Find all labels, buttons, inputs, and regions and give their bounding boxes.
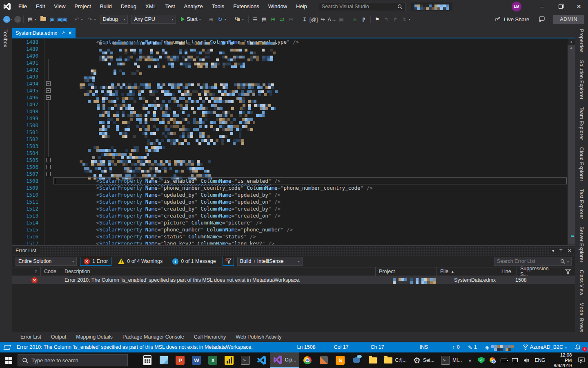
fold-margin[interactable] (44, 240, 53, 245)
fold-collapse-icon[interactable]: − (46, 158, 51, 162)
menu-item-xml[interactable]: XML (141, 0, 161, 13)
right-tab-solution-explorer[interactable]: Solution Explorer (575, 56, 588, 103)
right-tab-class-view[interactable]: Class View (575, 266, 588, 299)
attach-process-icon[interactable]: ⊕ (207, 15, 215, 24)
window-position-dropdown-icon[interactable]: ▾ (552, 249, 554, 253)
save-icon[interactable]: ▣ (48, 15, 56, 24)
taskbar-app-file-explorer[interactable] (365, 352, 381, 368)
code-line-1499[interactable]: 1499 (12, 115, 575, 122)
indent-icon[interactable]: ≣ (351, 15, 359, 24)
refresh-icon[interactable]: ↻ (216, 15, 224, 24)
code-line-1513[interactable]: 1513 <ScalarProperty Name="created_on" C… (12, 212, 575, 219)
menu-item-window[interactable]: Window (264, 0, 292, 13)
fold-margin[interactable] (44, 205, 53, 212)
line-column-header[interactable]: Line (498, 267, 517, 276)
taskbar-app-settings[interactable]: ⚙Set... (410, 352, 438, 368)
right-tab-cloud-explorer[interactable]: Cloud Explorer (575, 144, 588, 185)
suppression-column-header[interactable]: Suppression S... (517, 267, 561, 276)
splitter-handle[interactable]: ⇕ (568, 38, 575, 45)
fold-margin[interactable]: − (44, 157, 53, 164)
panel-tab-web-publish-activity[interactable]: Web Publish Activity (232, 333, 285, 341)
code-line-1497[interactable]: 1497 (12, 101, 575, 108)
menu-item-debug[interactable]: Debug (116, 0, 141, 13)
fold-margin[interactable] (44, 108, 53, 115)
navigate-back-dropdown[interactable]: ▾ (10, 18, 14, 21)
solution-platform-dropdown[interactable]: Any CPU▾ (131, 15, 176, 24)
menu-item-test[interactable]: Test (161, 0, 180, 13)
live-share-button[interactable]: Live Share (495, 16, 529, 22)
new-project-dropdown[interactable]: ▾ (35, 18, 39, 21)
code-line-1493[interactable]: 1493 (12, 73, 575, 80)
menu-item-analyze[interactable]: Analyze (180, 0, 207, 13)
navigate-to-icon[interactable]: ↪ (318, 15, 327, 24)
fold-margin[interactable] (44, 115, 53, 122)
code-line-1516[interactable]: 1516 <ScalarProperty Name="status" Colum… (12, 233, 575, 240)
menu-item-project[interactable]: Project (70, 0, 95, 13)
toolbar-overflow-dropdown[interactable]: ▾ (242, 18, 246, 21)
fold-margin[interactable] (44, 219, 53, 226)
fold-margin[interactable] (44, 150, 53, 157)
menu-item-extensions[interactable]: Extensions (229, 0, 264, 13)
code-line-1498[interactable]: 1498 (12, 108, 575, 115)
fold-margin[interactable]: − (44, 87, 53, 94)
code-line-1517[interactable]: 1517 <ScalarProperty Name="lang_key2" Co… (12, 240, 575, 245)
fold-margin[interactable] (44, 101, 53, 108)
save-all-icon[interactable]: ▣▣ (57, 15, 67, 24)
insert-mode-indicator[interactable]: INS (415, 344, 448, 350)
code-line-1491[interactable]: 1491 (12, 59, 575, 66)
menu-item-build[interactable]: Build (96, 0, 116, 13)
restore-button[interactable] (551, 0, 570, 13)
column-indicator[interactable]: Col 17 (330, 344, 366, 350)
fold-collapse-icon[interactable]: − (46, 81, 51, 86)
fold-margin[interactable] (44, 45, 53, 52)
unpushed-edits[interactable]: ✎1 (464, 344, 481, 350)
pending-changes[interactable]: ↑0 (448, 344, 463, 350)
document-tab[interactable]: SystemData.edmx ⊤ ✕ (12, 28, 76, 38)
defender-shield-icon[interactable]: ✓ (477, 354, 486, 366)
fold-margin[interactable] (44, 143, 53, 150)
taskbar-app-word[interactable]: W (188, 352, 205, 368)
code-line-1508[interactable]: 1508 <ScalarProperty Name="is_enabled" C… (12, 177, 575, 184)
code-line-1515[interactable]: 1515 <ScalarProperty Name="phone_number"… (12, 226, 575, 233)
fold-margin[interactable] (44, 136, 53, 143)
redo-dropdown[interactable]: ▾ (94, 18, 98, 21)
code-line-1500[interactable]: 1500 (12, 122, 575, 129)
code-line-1503[interactable]: 1503 (12, 143, 575, 150)
code-line-1511[interactable]: 1511 <ScalarProperty Name="updated_on" C… (12, 198, 575, 205)
at-symbol-icon[interactable]: [@] (310, 15, 318, 24)
taskbar-app-visual-studio[interactable]: Cip... (270, 352, 299, 368)
code-line-1514[interactable]: 1514 <ScalarProperty Name="picture" Colu… (12, 219, 575, 226)
taskbar-app-command-prompt[interactable]: >_ (237, 352, 254, 368)
fold-margin[interactable] (44, 122, 53, 129)
code-line-1510[interactable]: 1510 <ScalarProperty Name="updated_by" C… (12, 191, 575, 198)
menu-item-tools[interactable]: Tools (207, 0, 229, 13)
taskbar-app-calculator[interactable] (139, 352, 156, 368)
panel-tab-mapping-details[interactable]: Mapping Details (72, 333, 117, 341)
code-line-1492[interactable]: 1492 (12, 66, 575, 73)
taskbar-app-power-bi[interactable] (221, 352, 237, 368)
panel-tab-package-manager-console[interactable]: Package Manager Console (118, 333, 188, 341)
description-column-header[interactable]: Description (61, 267, 376, 276)
volume-icon[interactable] (521, 354, 531, 366)
editor-scrollbar[interactable]: ⇕ ▲ (568, 38, 575, 245)
taskbar-app-sticky-notes[interactable] (156, 352, 172, 368)
feedback-icon[interactable] (538, 16, 545, 22)
search-visual-studio-input[interactable]: Search Visual Studio (319, 2, 405, 11)
pin-icon[interactable]: ⊤ (559, 249, 563, 253)
compare-schema-icon[interactable]: ⇄ (278, 15, 286, 24)
project-column-header[interactable]: Project (376, 267, 437, 276)
status-message[interactable]: Error 2010: The Column 'is_enabled' spec… (13, 344, 257, 350)
error-row[interactable]: ✕ Error 2010: The Column 'is_enabled' sp… (12, 276, 575, 284)
panel-tab-error-list[interactable]: Error List (16, 333, 45, 341)
fold-margin[interactable] (44, 66, 53, 73)
taskbar-app-powerpoint[interactable]: P (172, 352, 188, 368)
fold-margin[interactable] (44, 233, 53, 240)
user-avatar[interactable]: LM (512, 2, 521, 11)
document-icon[interactable]: ▤ (260, 15, 268, 24)
taskbar-app-folder[interactable]: C:\|... (381, 352, 410, 368)
code-line-1490[interactable]: 1490 (12, 52, 575, 59)
fold-margin[interactable]: − (44, 80, 53, 87)
toolbar-overflow-dropdown[interactable]: ▾ (409, 18, 413, 21)
fold-margin[interactable] (44, 198, 53, 205)
file-column-header[interactable]: File▲ (437, 267, 498, 276)
